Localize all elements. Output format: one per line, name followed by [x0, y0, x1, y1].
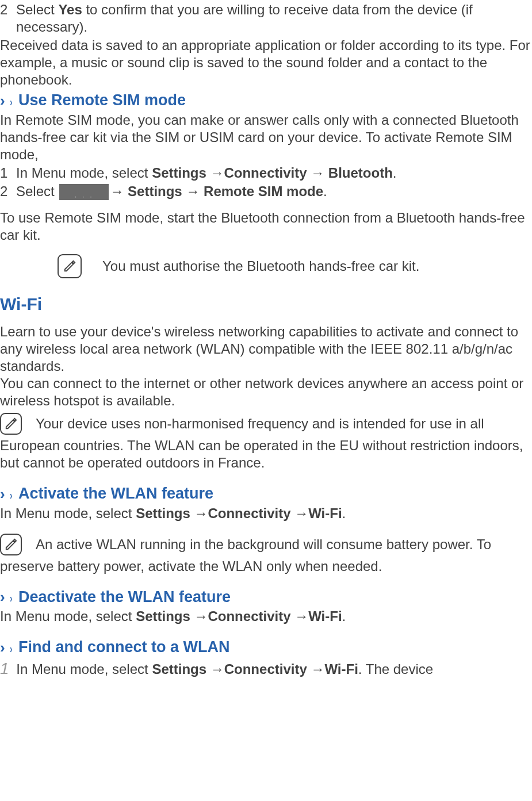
heading-text: Activate the WLAN feature	[18, 484, 213, 504]
step-2: 2 Select Yes to confirm that you are wil…	[0, 1, 532, 36]
bold-path: → Settings → Remote SIM mode	[110, 183, 323, 199]
pencil-icon	[63, 260, 76, 273]
rs-step-2: 2 Select → Settings → Remote SIM mode.	[0, 183, 532, 201]
note-icon	[0, 413, 22, 435]
note-icon	[0, 534, 22, 555]
menu-button-icon	[59, 184, 109, 200]
text: Select	[16, 2, 58, 17]
step-body: Select Yes to confirm that you are willi…	[16, 1, 532, 36]
text: .	[342, 505, 346, 521]
step-number-italic: 1	[0, 660, 9, 677]
text: In Menu mode, select	[16, 165, 152, 181]
remote-sim-paragraph: In Remote SIM mode, you can make or answ…	[0, 112, 532, 163]
note-frequency: Your device uses non-harmonised frequenc…	[0, 413, 532, 472]
step-body: Select → Settings → Remote SIM mode.	[16, 183, 532, 201]
text: .	[393, 165, 397, 181]
step-number: 2	[0, 1, 16, 36]
heading-text: Deactivate the WLAN feature	[18, 588, 231, 607]
note-text: Your device uses non-harmonised frequenc…	[0, 416, 523, 470]
chevron-icon: › ›	[0, 485, 18, 504]
bold-path: Settings →Connectivity →Wi-Fi	[136, 608, 342, 624]
text: In Menu mode, select	[13, 661, 152, 677]
step-body: In Menu mode, select Settings →Connectiv…	[16, 164, 532, 182]
text: Select	[16, 183, 58, 199]
bold-path: Settings →Connectivity →Wi-Fi	[152, 661, 358, 677]
chevron-icon: › ›	[0, 638, 18, 657]
rs-step-1: 1 In Menu mode, select Settings →Connect…	[0, 164, 532, 182]
activate-paragraph: In Menu mode, select Settings →Connectiv…	[0, 505, 532, 522]
deactivate-paragraph: In Menu mode, select Settings →Connectiv…	[0, 608, 532, 625]
heading-find-connect-wlan: › › Find and connect to a WLAN	[0, 638, 532, 657]
find-step-1: 1 In Menu mode, select Settings →Connect…	[0, 658, 532, 679]
rs-use-paragraph: To use Remote SIM mode, start the Blueto…	[0, 209, 532, 244]
pencil-icon	[5, 417, 17, 430]
received-data-paragraph: Received data is saved to an appropriate…	[0, 37, 532, 89]
chevron-icon: › ›	[0, 91, 18, 110]
step-number: 2	[0, 183, 16, 201]
heading-deactivate-wlan: › › Deactivate the WLAN feature	[0, 588, 532, 607]
note-authorise: You must authorise the Bluetooth hands-f…	[58, 254, 532, 278]
note-text: You must authorise the Bluetooth hands-f…	[102, 258, 419, 275]
note-battery: An active WLAN running in the background…	[0, 534, 532, 575]
bold-path: Settings →Connectivity →Wi-Fi	[136, 505, 342, 521]
step-number: 1	[0, 164, 16, 182]
heading-text: Use Remote SIM mode	[18, 91, 186, 110]
pencil-icon	[5, 538, 17, 551]
bold-yes: Yes	[58, 2, 82, 17]
text: In Menu mode, select	[0, 608, 136, 624]
heading-text: Find and connect to a WLAN	[18, 638, 229, 657]
heading-remote-sim: › › Use Remote SIM mode	[0, 91, 532, 110]
heading-activate-wlan: › › Activate the WLAN feature	[0, 484, 532, 504]
bold-path: Settings →Connectivity → Bluetooth	[152, 165, 393, 181]
note-text: An active WLAN running in the background…	[0, 536, 491, 574]
text: . The device	[358, 661, 433, 677]
note-icon	[58, 254, 82, 278]
text: .	[342, 608, 346, 624]
text: .	[323, 183, 327, 199]
heading-wifi: Wi-Fi	[0, 293, 532, 315]
wifi-paragraph-2: You can connect to the internet or other…	[0, 375, 532, 409]
chevron-icon: › ›	[0, 588, 18, 607]
wifi-paragraph-1: Learn to use your device's wireless netw…	[0, 323, 532, 375]
text: to confirm that you are willing to recei…	[16, 2, 473, 35]
text: In Menu mode, select	[0, 505, 136, 521]
